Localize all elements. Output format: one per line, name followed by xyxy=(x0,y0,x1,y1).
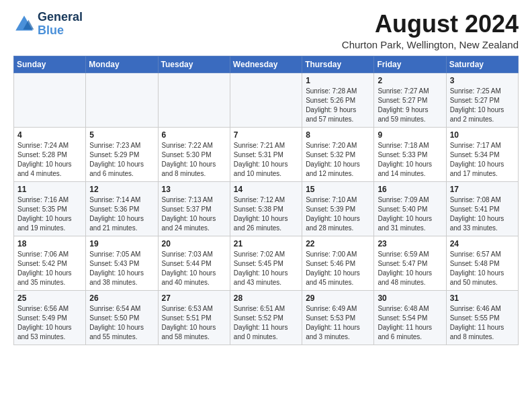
day-number: 5 xyxy=(89,130,154,140)
calendar-cell: 4Sunrise: 7:24 AM Sunset: 5:28 PM Daylig… xyxy=(14,127,86,181)
day-info: Sunrise: 7:18 AM Sunset: 5:33 PM Dayligh… xyxy=(378,141,442,179)
day-number: 1 xyxy=(306,76,370,85)
day-info: Sunrise: 7:21 AM Sunset: 5:31 PM Dayligh… xyxy=(234,141,298,179)
week-row-2: 4Sunrise: 7:24 AM Sunset: 5:28 PM Daylig… xyxy=(14,127,519,181)
weekday-header-monday: Monday xyxy=(86,56,158,73)
calendar-cell xyxy=(230,73,302,127)
calendar-cell: 29Sunrise: 6:49 AM Sunset: 5:53 PM Dayli… xyxy=(302,290,374,345)
day-info: Sunrise: 7:16 AM Sunset: 5:35 PM Dayligh… xyxy=(17,195,82,233)
calendar-cell: 20Sunrise: 7:03 AM Sunset: 5:44 PM Dayli… xyxy=(158,236,230,290)
day-info: Sunrise: 7:24 AM Sunset: 5:28 PM Dayligh… xyxy=(17,141,82,179)
calendar-cell: 26Sunrise: 6:54 AM Sunset: 5:50 PM Dayli… xyxy=(86,290,158,345)
day-info: Sunrise: 7:27 AM Sunset: 5:27 PM Dayligh… xyxy=(378,87,442,124)
calendar-cell: 2Sunrise: 7:27 AM Sunset: 5:27 PM Daylig… xyxy=(374,73,446,127)
calendar-cell: 5Sunrise: 7:23 AM Sunset: 5:29 PM Daylig… xyxy=(86,127,158,181)
calendar-cell: 12Sunrise: 7:14 AM Sunset: 5:36 PM Dayli… xyxy=(86,181,158,236)
calendar-cell: 31Sunrise: 6:46 AM Sunset: 5:55 PM Dayli… xyxy=(446,290,518,345)
day-number: 3 xyxy=(450,76,515,85)
day-number: 28 xyxy=(234,293,298,303)
day-number: 6 xyxy=(162,130,226,140)
day-info: Sunrise: 7:12 AM Sunset: 5:38 PM Dayligh… xyxy=(234,195,298,233)
week-row-5: 25Sunrise: 6:56 AM Sunset: 5:49 PM Dayli… xyxy=(14,290,519,345)
calendar-cell: 23Sunrise: 6:59 AM Sunset: 5:47 PM Dayli… xyxy=(374,236,446,290)
calendar-table: SundayMondayTuesdayWednesdayThursdayFrid… xyxy=(13,56,519,345)
day-info: Sunrise: 7:13 AM Sunset: 5:37 PM Dayligh… xyxy=(162,195,226,233)
day-number: 16 xyxy=(378,185,442,194)
day-info: Sunrise: 7:05 AM Sunset: 5:43 PM Dayligh… xyxy=(89,250,154,287)
title-area: August 2024 Churton Park, Wellington, Ne… xyxy=(342,11,519,50)
weekday-header-friday: Friday xyxy=(374,56,446,73)
calendar-cell: 1Sunrise: 7:28 AM Sunset: 5:26 PM Daylig… xyxy=(302,73,374,127)
day-number: 22 xyxy=(306,239,370,248)
day-number: 18 xyxy=(17,239,82,248)
calendar-cell: 22Sunrise: 7:00 AM Sunset: 5:46 PM Dayli… xyxy=(302,236,374,290)
day-number: 23 xyxy=(378,239,442,248)
day-info: Sunrise: 6:54 AM Sunset: 5:50 PM Dayligh… xyxy=(89,304,154,342)
day-info: Sunrise: 7:09 AM Sunset: 5:40 PM Dayligh… xyxy=(378,195,442,233)
calendar-cell: 11Sunrise: 7:16 AM Sunset: 5:35 PM Dayli… xyxy=(14,181,86,236)
calendar-cell: 8Sunrise: 7:20 AM Sunset: 5:32 PM Daylig… xyxy=(302,127,374,181)
calendar-cell: 13Sunrise: 7:13 AM Sunset: 5:37 PM Dayli… xyxy=(158,181,230,236)
day-info: Sunrise: 7:03 AM Sunset: 5:44 PM Dayligh… xyxy=(162,250,226,287)
week-row-4: 18Sunrise: 7:06 AM Sunset: 5:42 PM Dayli… xyxy=(14,236,519,290)
calendar-cell: 14Sunrise: 7:12 AM Sunset: 5:38 PM Dayli… xyxy=(230,181,302,236)
calendar-cell: 28Sunrise: 6:51 AM Sunset: 5:52 PM Dayli… xyxy=(230,290,302,345)
day-number: 7 xyxy=(234,130,298,140)
logo-text: General Blue xyxy=(38,11,83,38)
calendar-cell: 27Sunrise: 6:53 AM Sunset: 5:51 PM Dayli… xyxy=(158,290,230,345)
location: Churton Park, Wellington, New Zealand xyxy=(342,39,519,50)
day-number: 31 xyxy=(450,293,515,303)
calendar-cell: 6Sunrise: 7:22 AM Sunset: 5:30 PM Daylig… xyxy=(158,127,230,181)
day-info: Sunrise: 6:49 AM Sunset: 5:53 PM Dayligh… xyxy=(306,304,370,342)
day-number: 9 xyxy=(378,130,442,140)
day-number: 17 xyxy=(450,185,515,194)
weekday-header-thursday: Thursday xyxy=(302,56,374,73)
day-number: 13 xyxy=(162,185,226,194)
calendar-cell: 21Sunrise: 7:02 AM Sunset: 5:45 PM Dayli… xyxy=(230,236,302,290)
logo-icon xyxy=(13,13,35,35)
day-info: Sunrise: 7:17 AM Sunset: 5:34 PM Dayligh… xyxy=(450,141,515,179)
day-number: 29 xyxy=(306,293,370,303)
day-info: Sunrise: 6:56 AM Sunset: 5:49 PM Dayligh… xyxy=(17,304,82,342)
calendar-cell xyxy=(14,73,86,127)
day-number: 25 xyxy=(17,293,82,303)
weekday-header-tuesday: Tuesday xyxy=(158,56,230,73)
day-info: Sunrise: 6:46 AM Sunset: 5:55 PM Dayligh… xyxy=(450,304,515,342)
day-number: 12 xyxy=(89,185,154,194)
calendar-cell: 10Sunrise: 7:17 AM Sunset: 5:34 PM Dayli… xyxy=(446,127,518,181)
calendar-cell: 15Sunrise: 7:10 AM Sunset: 5:39 PM Dayli… xyxy=(302,181,374,236)
day-info: Sunrise: 7:25 AM Sunset: 5:27 PM Dayligh… xyxy=(450,87,515,124)
page-header: General Blue August 2024 Churton Park, W… xyxy=(13,11,519,50)
weekday-header-wednesday: Wednesday xyxy=(230,56,302,73)
day-info: Sunrise: 7:00 AM Sunset: 5:46 PM Dayligh… xyxy=(306,250,370,287)
day-number: 8 xyxy=(306,130,370,140)
day-number: 14 xyxy=(234,185,298,194)
month-year: August 2024 xyxy=(342,11,519,38)
calendar-cell: 3Sunrise: 7:25 AM Sunset: 5:27 PM Daylig… xyxy=(446,73,518,127)
day-number: 4 xyxy=(17,130,82,140)
day-info: Sunrise: 7:28 AM Sunset: 5:26 PM Dayligh… xyxy=(306,87,370,124)
calendar-cell xyxy=(86,73,158,127)
day-number: 24 xyxy=(450,239,515,248)
calendar-cell: 7Sunrise: 7:21 AM Sunset: 5:31 PM Daylig… xyxy=(230,127,302,181)
day-info: Sunrise: 7:06 AM Sunset: 5:42 PM Dayligh… xyxy=(17,250,82,287)
day-number: 2 xyxy=(378,76,442,85)
day-info: Sunrise: 6:57 AM Sunset: 5:48 PM Dayligh… xyxy=(450,250,515,287)
week-row-1: 1Sunrise: 7:28 AM Sunset: 5:26 PM Daylig… xyxy=(14,73,519,127)
calendar-cell: 30Sunrise: 6:48 AM Sunset: 5:54 PM Dayli… xyxy=(374,290,446,345)
weekday-header-saturday: Saturday xyxy=(446,56,518,73)
day-info: Sunrise: 7:20 AM Sunset: 5:32 PM Dayligh… xyxy=(306,141,370,179)
calendar-cell: 18Sunrise: 7:06 AM Sunset: 5:42 PM Dayli… xyxy=(14,236,86,290)
day-info: Sunrise: 7:10 AM Sunset: 5:39 PM Dayligh… xyxy=(306,195,370,233)
weekday-header-sunday: Sunday xyxy=(14,56,86,73)
day-number: 20 xyxy=(162,239,226,248)
day-info: Sunrise: 6:53 AM Sunset: 5:51 PM Dayligh… xyxy=(162,304,226,342)
day-number: 30 xyxy=(378,293,442,303)
day-info: Sunrise: 7:14 AM Sunset: 5:36 PM Dayligh… xyxy=(89,195,154,233)
day-info: Sunrise: 7:02 AM Sunset: 5:45 PM Dayligh… xyxy=(234,250,298,287)
day-number: 27 xyxy=(162,293,226,303)
logo: General Blue xyxy=(13,11,83,38)
day-number: 26 xyxy=(89,293,154,303)
day-info: Sunrise: 6:59 AM Sunset: 5:47 PM Dayligh… xyxy=(378,250,442,287)
weekday-header-row: SundayMondayTuesdayWednesdayThursdayFrid… xyxy=(14,56,519,73)
